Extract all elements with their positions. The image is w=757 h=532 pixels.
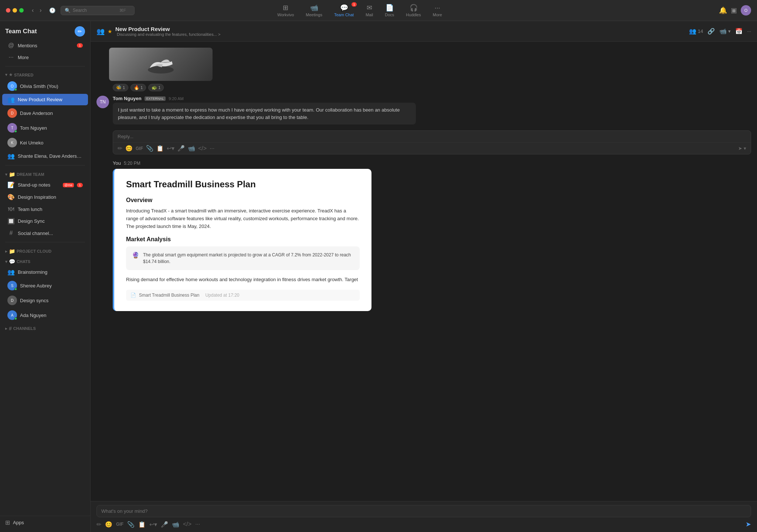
bottom-input-box[interactable] xyxy=(96,505,751,517)
reply-video-icon[interactable]: 📹 xyxy=(188,145,195,152)
sidebar-item-team-lunch[interactable]: 🍽 Team lunch xyxy=(2,204,88,215)
sidebar-item-mentions[interactable]: @ Mentions 1 xyxy=(2,40,88,51)
image-message xyxy=(96,48,751,81)
minimize-button[interactable] xyxy=(13,8,17,13)
traffic-lights xyxy=(6,8,24,13)
bottom-emoji-icon[interactable]: 😊 xyxy=(105,521,112,528)
bottom-doc-icon[interactable]: 📋 xyxy=(138,521,146,528)
reaction-turtle[interactable]: 🐢 1 xyxy=(148,84,164,91)
star-icon[interactable]: ★ xyxy=(108,28,112,34)
reply-attach-icon[interactable]: 📎 xyxy=(146,145,153,152)
bottom-more-icon[interactable]: ··· xyxy=(195,521,200,528)
sheree-label: Sheree Aubrey xyxy=(20,283,83,289)
project-cloud-section[interactable]: ▸ 📁 Project Cloud xyxy=(0,245,90,256)
team-lunch-icon: 🍽 xyxy=(7,206,15,212)
forward-button[interactable]: › xyxy=(37,6,44,14)
reaction-bee[interactable]: 🐝 1 xyxy=(113,84,128,91)
kei-label: Kei Umeko xyxy=(20,140,83,146)
group-icon: 👥 xyxy=(7,96,15,103)
reply-code-icon[interactable]: </> xyxy=(198,145,207,152)
starred-section[interactable]: ▾ ★ Starred xyxy=(0,69,90,79)
tab-workvivo[interactable]: ⊞ Workvivo xyxy=(271,2,300,18)
sidebar-item-tom[interactable]: T Tom Nguyen xyxy=(2,121,88,135)
reply-edit-icon[interactable]: ✏ xyxy=(118,145,122,152)
reply-input-area[interactable] xyxy=(113,131,751,142)
sidebar-item-design-syncs[interactable]: D Design syncs xyxy=(2,293,88,307)
bottom-attach-icon[interactable]: 📎 xyxy=(127,521,135,528)
reply-emoji-icon[interactable]: 😊 xyxy=(125,145,133,152)
bottom-code-icon[interactable]: </> xyxy=(183,521,191,528)
reply-quote-icon[interactable]: ↩▾ xyxy=(167,145,174,152)
history-button[interactable]: 🕐 xyxy=(47,7,58,14)
bottom-text-input[interactable] xyxy=(101,508,746,514)
sidebar-item-brainstorming[interactable]: 👥 Brainstorming xyxy=(2,266,88,278)
nav-tabs: ⊞ Workvivo 📹 Meetings 💬 1 Team Chat ✉ Ma… xyxy=(271,2,448,18)
search-bar[interactable]: 🔍 ⌘F xyxy=(61,6,135,15)
new-chat-button[interactable]: ✏ xyxy=(75,26,85,37)
sidebar-item-dave[interactable]: D Dave Anderson xyxy=(2,106,88,120)
reply-doc-icon[interactable]: 📋 xyxy=(156,145,164,152)
close-button[interactable] xyxy=(6,8,10,13)
reply-gif-button[interactable]: GIF xyxy=(136,146,143,151)
notification-icon[interactable]: 🔔 xyxy=(719,6,727,14)
tab-more[interactable]: ··· More xyxy=(427,3,448,18)
sidebar-item-olivia[interactable]: O Olivia Smith (You) xyxy=(2,79,88,93)
reply-send-button[interactable]: ➤ ▾ xyxy=(738,146,746,151)
channels-section[interactable]: ▸ # Channels xyxy=(0,323,90,333)
sidebar-item-standup[interactable]: 📝 Stand-up notes @me 1 xyxy=(2,179,88,191)
doc-footer[interactable]: 📄 Smart Treadmill Business Plan Updated … xyxy=(126,290,360,301)
sidebar-item-new-product-review[interactable]: 👥 New Product Review xyxy=(2,94,88,105)
project-cloud-label: Project Cloud xyxy=(17,249,51,253)
send-chevron: ▾ xyxy=(744,146,746,151)
tab-teamchat[interactable]: 💬 1 Team Chat xyxy=(328,2,360,18)
video-label: ▾ xyxy=(728,28,731,34)
tom-msg-name: Tom Nguyen xyxy=(113,96,142,101)
design-inspiration-label: Design Inspiration xyxy=(18,194,83,200)
sidebar-item-design-sync[interactable]: 🔲 Design Sync xyxy=(2,215,88,227)
tab-huddles[interactable]: 🎧 Huddles xyxy=(400,2,427,18)
sidebar-item-kei[interactable]: K Kei Umeko xyxy=(2,136,88,150)
maximize-button[interactable] xyxy=(19,8,24,13)
project-cloud-folder-icon: 📁 xyxy=(9,248,15,254)
sidebar: Team Chat ✏ @ Mentions 1 ··· More ▾ ★ St… xyxy=(0,21,91,532)
tab-meetings[interactable]: 📹 Meetings xyxy=(300,2,328,18)
sidebar-item-more[interactable]: ··· More xyxy=(2,52,88,63)
chats-section[interactable]: ▾ 💬 Chats xyxy=(0,256,90,266)
reaction-fire[interactable]: 🔥 1 xyxy=(130,84,146,91)
bottom-edit-icon[interactable]: ✏ xyxy=(96,521,101,528)
reply-mic-icon[interactable]: 🎤 xyxy=(177,145,185,152)
reply-box-container: ✏ 😊 GIF 📎 📋 ↩▾ 🎤 📹 </> ··· ➤ ▾ xyxy=(96,130,751,154)
calendar-action[interactable]: 📅 xyxy=(735,28,743,35)
tom-msg-text: I just wanted to take a moment to expres… xyxy=(113,103,416,125)
sidebar-item-sheree[interactable]: S Sheree Aubrey xyxy=(2,279,88,293)
reply-input[interactable] xyxy=(118,134,746,139)
bottom-send-button[interactable]: ➤ xyxy=(746,520,751,528)
user-avatar[interactable]: O xyxy=(741,5,751,16)
tab-docs-label: Docs xyxy=(385,13,394,17)
sidebar-item-shante[interactable]: 👥 Shante Elena, Dave Anderson... xyxy=(2,150,88,162)
apps-item[interactable]: ⊞ Apps xyxy=(0,516,90,529)
reply-box: ✏ 😊 GIF 📎 📋 ↩▾ 🎤 📹 </> ··· ➤ ▾ xyxy=(113,130,751,154)
members-action[interactable]: 👥 14 xyxy=(689,28,703,35)
reply-more-icon[interactable]: ··· xyxy=(210,145,214,152)
search-input[interactable] xyxy=(73,8,117,13)
search-shortcut: ⌘F xyxy=(119,8,126,13)
doc-title: Smart Treadmill Business Plan xyxy=(126,179,360,190)
video-action[interactable]: 📹 ▾ xyxy=(719,28,731,35)
mentions-badge: 1 xyxy=(77,43,83,48)
back-button[interactable]: ‹ xyxy=(30,6,36,14)
tab-docs[interactable]: 📄 Docs xyxy=(379,2,400,18)
bottom-quote-icon[interactable]: ↩▾ xyxy=(149,521,157,528)
sidebar-toggle-icon[interactable]: ▣ xyxy=(731,6,737,14)
bottom-mic-icon[interactable]: 🎤 xyxy=(161,521,168,528)
sidebar-item-ada[interactable]: A Ada Nguyen xyxy=(2,308,88,322)
bottom-gif-button[interactable]: GIF xyxy=(116,522,123,527)
chevron-down-icon-3: ▾ xyxy=(5,259,7,264)
dream-team-section[interactable]: ▾ 📁 Dream Team xyxy=(0,168,90,179)
link-action[interactable]: 🔗 xyxy=(707,28,715,35)
tab-mail[interactable]: ✉ Mail xyxy=(360,2,379,18)
sidebar-item-social[interactable]: # Social channel... xyxy=(2,228,88,239)
bottom-video-icon[interactable]: 📹 xyxy=(172,521,179,528)
more-action[interactable]: ··· xyxy=(747,28,751,34)
sidebar-item-design-inspiration[interactable]: 🎨 Design Inspiration xyxy=(2,191,88,203)
